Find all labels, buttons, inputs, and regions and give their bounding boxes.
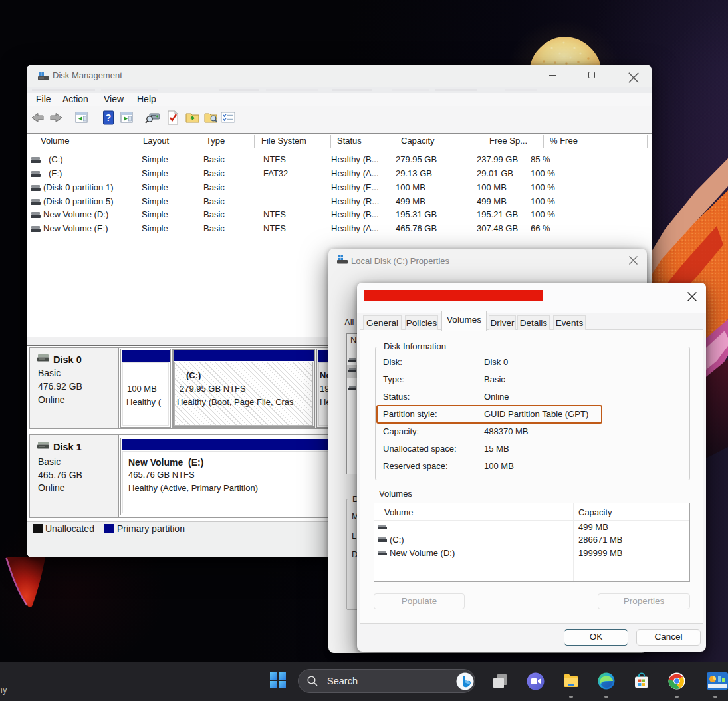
svg-text:?: ?	[106, 112, 112, 123]
